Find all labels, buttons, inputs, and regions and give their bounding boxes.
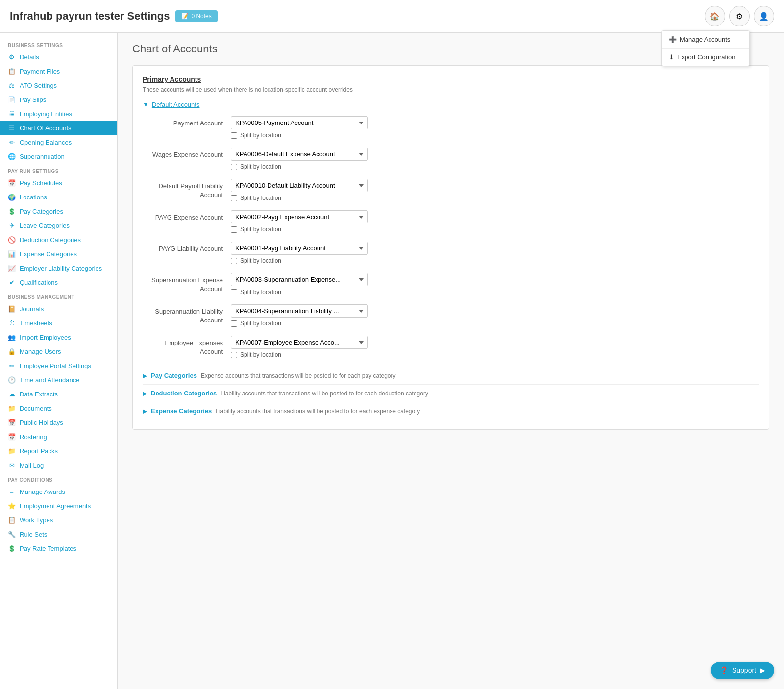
sidebar-icon-payment-files: 📋 (8, 68, 16, 75)
sidebar-item-journals[interactable]: 📔Journals (0, 302, 117, 316)
split-checkbox-superannuation-liability-account[interactable] (231, 320, 237, 327)
sidebar-item-report-packs[interactable]: 📁Report Packs (0, 444, 117, 458)
sidebar-label-superannuation: Superannuation (20, 153, 65, 160)
sidebar-item-work-types[interactable]: 📋Work Types (0, 513, 117, 527)
sidebar-item-employer-liability-categories[interactable]: 📈Employer Liability Categories (0, 261, 117, 275)
user-button[interactable]: 👤 (754, 6, 774, 26)
select-wages-expense-account[interactable]: KPA0006-Default Expense Account (231, 148, 368, 161)
plus-circle-icon: ➕ (669, 36, 677, 43)
support-button[interactable]: ❓ Support ▶ (711, 662, 774, 679)
sidebar-item-timesheets[interactable]: ⏱Timesheets (0, 316, 117, 330)
sidebar-icon-journals: 📔 (8, 305, 16, 313)
sidebar-item-locations[interactable]: 🌍Locations (0, 190, 117, 204)
expand-desc-pay-categories-expand: Expense accounts that transactions will … (201, 372, 396, 379)
sidebar-icon-rule-sets: 🔧 (8, 531, 16, 538)
default-accounts-toggle[interactable]: ▼ Default Accounts (143, 101, 759, 108)
notes-button[interactable]: 📝 0 Notes (175, 10, 217, 22)
sidebar-item-payment-files[interactable]: 📋Payment Files (0, 64, 117, 78)
split-checkbox-employee-expenses-account[interactable] (231, 352, 237, 358)
sidebar-item-public-holidays[interactable]: 📅Public Holidays (0, 416, 117, 430)
split-checkbox-payment-account[interactable] (231, 132, 237, 139)
sidebar-label-manage-awards: Manage Awards (20, 488, 65, 495)
split-location-wages-expense-account: Split by location (231, 163, 759, 170)
split-checkbox-payg-expense-account[interactable] (231, 226, 237, 233)
sidebar-item-data-extracts[interactable]: ☁Data Extracts (0, 387, 117, 401)
sidebar-item-leave-categories[interactable]: ✈Leave Categories (0, 219, 117, 233)
chevron-down-icon: ▼ (143, 101, 149, 108)
sidebar-icon-qualifications: ✔ (8, 279, 16, 286)
select-employee-expenses-account[interactable]: KPA0007-Employee Expense Acco... (231, 336, 368, 349)
sidebar-item-expense-categories[interactable]: 📊Expense Categories (0, 247, 117, 261)
expand-row-deduction-categories-expand: ▶Deduction Categories Liability accounts… (143, 384, 759, 402)
sidebar-item-deduction-categories[interactable]: 🚫Deduction Categories (0, 233, 117, 247)
home-button[interactable]: 🏠 (705, 6, 725, 26)
sidebar-icon-deduction-categories: 🚫 (8, 236, 16, 244)
split-checkbox-default-payroll-liability-account[interactable] (231, 195, 237, 201)
sidebar-item-pay-schedules[interactable]: 📅Pay Schedules (0, 176, 117, 190)
sidebar-item-pay-categories[interactable]: 💲Pay Categories (0, 204, 117, 219)
sidebar-icon-mail-log: ✉ (8, 462, 16, 469)
expand-link-expense-categories-expand[interactable]: Expense Categories (151, 407, 212, 415)
sidebar-item-rostering[interactable]: 📅Rostering (0, 430, 117, 444)
chevron-right-icon-pay-categories-expand: ▶ (143, 372, 147, 379)
sidebar-item-employing-entities[interactable]: 🏛Employing Entities (0, 107, 117, 121)
export-configuration-item[interactable]: ⬇ Export Configuration (662, 49, 749, 66)
expand-link-pay-categories-expand[interactable]: Pay Categories (151, 372, 197, 379)
form-fields: Payment AccountKPA0005-Payment AccountSp… (143, 116, 759, 358)
sidebar-item-superannuation[interactable]: 🌐Superannuation (0, 149, 117, 164)
sidebar-item-import-employees[interactable]: 👥Import Employees (0, 330, 117, 344)
form-label-superannuation-expense-account: Superannuation Expense Account (143, 273, 231, 294)
sidebar-icon-employee-portal-settings: ✏ (8, 362, 16, 369)
sidebar-icon-leave-categories: ✈ (8, 222, 16, 229)
expand-link-deduction-categories-expand[interactable]: Deduction Categories (151, 390, 217, 397)
sidebar-label-journals: Journals (20, 305, 44, 313)
sidebar-icon-opening-balances: ✏ (8, 139, 16, 146)
split-checkbox-wages-expense-account[interactable] (231, 164, 237, 170)
form-label-superannuation-liability-account: Superannuation Liability Account (143, 304, 231, 325)
sidebar-item-manage-awards[interactable]: ≡Manage Awards (0, 485, 117, 499)
chevron-right-icon-expense-categories-expand: ▶ (143, 408, 147, 415)
gear-dropdown: ⚙ ➕ Manage Accounts ⬇ Export Configurati… (729, 6, 750, 26)
sidebar-label-ato-settings: ATO Settings (20, 82, 57, 89)
sidebar-item-employee-portal-settings[interactable]: ✏Employee Portal Settings (0, 359, 117, 373)
sidebar-label-expense-categories: Expense Categories (20, 250, 77, 258)
form-row-payment-account: Payment AccountKPA0005-Payment AccountSp… (143, 116, 759, 139)
form-label-wages-expense-account: Wages Expense Account (143, 148, 231, 159)
select-superannuation-expense-account[interactable]: KPA0003-Superannuation Expense... (231, 273, 368, 286)
sidebar-label-details: Details (20, 53, 39, 61)
select-default-payroll-liability-account[interactable]: KPA00010-Default Liability Account (231, 179, 368, 192)
sidebar-label-timesheets: Timesheets (20, 320, 52, 327)
sidebar-item-ato-settings[interactable]: ⚖ATO Settings (0, 78, 117, 93)
sidebar-item-chart-of-accounts[interactable]: ☰Chart Of Accounts (0, 121, 117, 135)
form-controls-default-payroll-liability-account: KPA00010-Default Liability AccountSplit … (231, 179, 759, 201)
primary-accounts-desc: These accounts will be used when there i… (143, 86, 759, 93)
form-controls-superannuation-liability-account: KPA0004-Superannuation Liability ...Spli… (231, 304, 759, 327)
sidebar-label-employee-portal-settings: Employee Portal Settings (20, 362, 91, 369)
sidebar-item-opening-balances[interactable]: ✏Opening Balances (0, 135, 117, 149)
sidebar-label-work-types: Work Types (20, 517, 53, 524)
sidebar-item-pay-rate-templates[interactable]: 💲Pay Rate Templates (0, 541, 117, 556)
manage-accounts-item[interactable]: ➕ Manage Accounts (662, 31, 749, 49)
split-checkbox-superannuation-expense-account[interactable] (231, 289, 237, 295)
gear-button[interactable]: ⚙ (729, 6, 750, 26)
sidebar-item-employment-agreements[interactable]: ⭐Employment Agreements (0, 499, 117, 513)
select-superannuation-liability-account[interactable]: KPA0004-Superannuation Liability ... (231, 304, 368, 318)
sidebar-item-time-and-attendance[interactable]: 🕐Time and Attendance (0, 373, 117, 387)
sidebar-item-pay-slips[interactable]: 📄Pay Slips (0, 93, 117, 107)
sidebar-item-documents[interactable]: 📁Documents (0, 401, 117, 416)
select-payg-expense-account[interactable]: KPA0002-Payg Expense Account (231, 210, 368, 223)
gear-icon: ⚙ (736, 12, 743, 21)
sidebar-label-pay-schedules: Pay Schedules (20, 179, 62, 187)
sidebar-label-qualifications: Qualifications (20, 279, 58, 286)
sidebar-label-employment-agreements: Employment Agreements (20, 502, 91, 510)
select-payment-account[interactable]: KPA0005-Payment Account (231, 116, 368, 129)
select-payg-liability-account[interactable]: KPA0001-Payg Liability Account (231, 242, 368, 255)
sidebar-item-qualifications[interactable]: ✔Qualifications (0, 275, 117, 290)
sidebar-item-mail-log[interactable]: ✉Mail Log (0, 458, 117, 472)
split-checkbox-payg-liability-account[interactable] (231, 258, 237, 264)
split-location-payg-liability-account: Split by location (231, 257, 759, 264)
sidebar-item-manage-users[interactable]: 🔒Manage Users (0, 344, 117, 359)
sidebar-item-rule-sets[interactable]: 🔧Rule Sets (0, 527, 117, 541)
sidebar-item-details[interactable]: ⚙Details (0, 50, 117, 64)
sidebar-icon-report-packs: 📁 (8, 447, 16, 455)
